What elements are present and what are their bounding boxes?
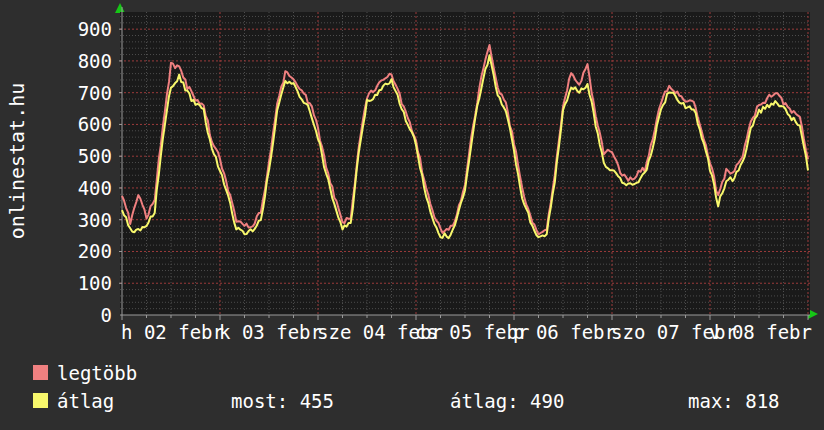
x-axis-label: v 08 febr <box>709 321 812 343</box>
legend-label-atlag: átlag <box>57 390 114 412</box>
y-axis-label: 400 <box>0 177 112 199</box>
y-axis-label: 100 <box>0 272 112 294</box>
x-axis-label: k 03 febr <box>219 321 322 343</box>
x-axis-label: h 02 febr <box>121 321 224 343</box>
chart-canvas <box>120 12 810 315</box>
stat-max: max: 818 <box>688 390 780 412</box>
stat-atlag: átlag: 490 <box>450 390 564 412</box>
legend-label-legtobb: legtöbb <box>57 362 137 384</box>
legend-swatch-legtobb <box>33 365 48 380</box>
plot-area <box>120 12 810 315</box>
y-axis-label: 300 <box>0 209 112 231</box>
stat-most: most: 455 <box>231 390 334 412</box>
y-axis-label: 200 <box>0 240 112 262</box>
rrd-graph: onlinestat.hu 01002003004005006007008009… <box>0 0 824 430</box>
x-axis-label: p 06 febr <box>513 321 616 343</box>
y-axis-label: 0 <box>0 304 112 326</box>
y-axis-label: 900 <box>0 18 112 40</box>
legend-swatch-atlag <box>33 393 48 408</box>
y-axis-label: 700 <box>0 82 112 104</box>
y-axis-label: 600 <box>0 113 112 135</box>
y-axis-label: 800 <box>0 50 112 72</box>
y-axis-label: 500 <box>0 145 112 167</box>
